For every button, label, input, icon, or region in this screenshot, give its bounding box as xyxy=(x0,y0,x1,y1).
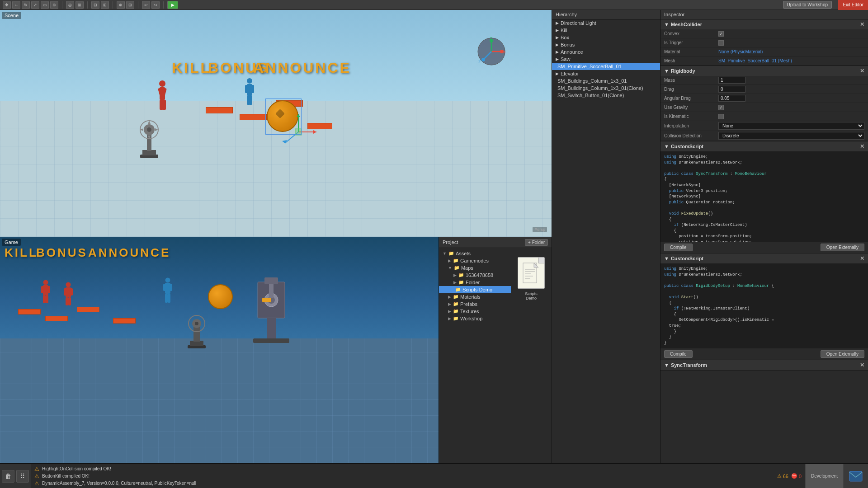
drag-input[interactable] xyxy=(718,86,745,93)
game-platform-4 xyxy=(113,318,136,324)
is-kinematic-check[interactable] xyxy=(718,114,724,119)
project-tree-item[interactable]: ▶📁Textures xyxy=(439,308,511,315)
hierarchy-item[interactable]: SM_Buildings_Column_1x3_01 xyxy=(552,77,660,84)
project-content: ▼📁Assets▶📁Gamemodes▼📁Maps▶📁1636478658▶📁F… xyxy=(439,248,552,464)
svg-rect-55 xyxy=(165,294,168,303)
svg-point-39 xyxy=(43,280,48,285)
cs1-open-ext-btn[interactable]: Open Externally xyxy=(821,244,864,251)
hierarchy-item[interactable]: ▶Kill xyxy=(552,27,660,34)
st-close[interactable]: ✕ xyxy=(860,362,864,368)
svg-rect-47 xyxy=(64,288,67,296)
cs2-open-ext-btn[interactable]: Open Externally xyxy=(821,350,864,358)
snap2-btn[interactable]: ⊞ xyxy=(101,1,109,9)
combined-tool-btn[interactable]: ⊕ xyxy=(50,1,58,9)
add-folder-btn[interactable]: + Folder xyxy=(525,239,548,246)
hierarchy-item[interactable]: ▶Directional Light xyxy=(552,19,660,27)
grid-btn[interactable]: ⠿ xyxy=(16,470,29,483)
custom-script-1-header[interactable]: ▼ CustomScript ✕ xyxy=(660,141,868,151)
material-value[interactable]: None (PhysicMaterial) xyxy=(718,49,763,54)
interpolation-label: Interpolation xyxy=(664,123,718,128)
move-tool-btn[interactable]: ↔ xyxy=(12,1,20,9)
rigidbody-header[interactable]: ▼ Rigidbody ✕ xyxy=(660,66,868,76)
hierarchy-item[interactable]: SM_Buildings_Column_1x3_01(Clone) xyxy=(552,84,660,92)
mesh-collider-material-row: Material None (PhysicMaterial) xyxy=(660,47,868,56)
mesh-collider-left: ▼ MeshCollider xyxy=(664,22,702,27)
tool-group-pivot: ◎ ⊞ xyxy=(66,1,84,9)
cs2-compile-btn[interactable]: Compile xyxy=(664,350,693,358)
project-tree-item[interactable]: ▼📁Assets xyxy=(439,250,511,257)
mass-input[interactable] xyxy=(718,77,745,84)
project-tree-item[interactable]: ▶📁Workshop xyxy=(439,315,511,322)
scene-tab-label: Scene xyxy=(2,12,21,19)
cs1-close[interactable]: ✕ xyxy=(860,143,864,150)
drag-label: Drag xyxy=(664,87,718,92)
rigidbody-close[interactable]: ✕ xyxy=(860,68,864,74)
snap-btn[interactable]: ⊟ xyxy=(91,1,99,9)
game-platform-2 xyxy=(45,316,68,321)
mail-btn[interactable] xyxy=(843,464,868,488)
svg-rect-43 xyxy=(43,295,46,303)
hierarchy-item[interactable]: ▶Announce xyxy=(552,48,660,56)
interpolation-select[interactable]: None Interpolate Extrapolate xyxy=(718,122,864,130)
svg-marker-15 xyxy=(297,114,300,117)
err-count: 0 xyxy=(799,474,802,479)
hierarchy-panel: Hierarchy ▶Directional Light▶Kill▶Box▶Bo… xyxy=(552,10,660,463)
mesh-value[interactable]: SM_Primitive_SoccerBall_01 (Mesh) xyxy=(718,58,792,63)
warn-icon-1: ⚠ xyxy=(34,466,39,472)
trigger-check[interactable] xyxy=(718,40,724,46)
scale-tool-btn[interactable]: ⤢ xyxy=(31,1,39,9)
scene-view[interactable]: Scene KILL BONUS ANNOUNCE xyxy=(0,10,552,237)
project-tree-item[interactable]: ▶📁Folder xyxy=(439,279,511,286)
convex-check[interactable]: ✓ xyxy=(718,31,724,37)
cs1-compile-btn[interactable]: Compile xyxy=(664,244,693,251)
angular-drag-input[interactable] xyxy=(718,95,745,102)
custom-script-2-header[interactable]: ▼ CustomScript ✕ xyxy=(660,253,868,263)
dev-btn[interactable]: Development xyxy=(805,464,843,488)
inspector-header: Inspector xyxy=(660,10,868,19)
hierarchy-item[interactable]: ▶Bonus xyxy=(552,41,660,48)
project-tree-item[interactable]: 📁Scripts Demo xyxy=(439,286,511,293)
mesh-collider-close[interactable]: ✕ xyxy=(860,21,864,28)
svg-point-6 xyxy=(247,78,252,84)
svg-rect-18 xyxy=(295,129,302,135)
mesh-collider-header[interactable]: ▼ MeshCollider ✕ xyxy=(660,19,868,29)
tool-group-snap: ⊟ ⊞ xyxy=(91,1,109,9)
sync-transform-header[interactable]: ▼ SyncTransform ✕ xyxy=(660,360,868,370)
cs2-close[interactable]: ✕ xyxy=(860,255,864,262)
use-gravity-check[interactable]: ✓ xyxy=(718,105,724,110)
char-blue-scene xyxy=(244,78,255,108)
upload-workshop-btn[interactable]: Upload to Workshop xyxy=(783,1,832,9)
build-btn[interactable]: ⊞ xyxy=(126,1,134,9)
project-tree-item[interactable]: ▶📁Materials xyxy=(439,293,511,300)
hierarchy-item[interactable]: ▶Elevator xyxy=(552,70,660,77)
global-btn[interactable]: ⊞ xyxy=(75,1,84,9)
hierarchy-item[interactable]: ▶Saw xyxy=(552,56,660,63)
trash-btn[interactable]: 🗑 xyxy=(2,470,14,483)
play-btn[interactable]: ▶ xyxy=(167,1,178,9)
collision-select[interactable]: Discrete Continuous ContinuousDynamic xyxy=(718,132,864,140)
project-tree-item[interactable]: ▶📁1636478658 xyxy=(439,272,511,279)
script-icon-label: ScriptsDemo xyxy=(525,291,538,300)
exit-editor-btn[interactable]: Exit Editor xyxy=(838,0,868,10)
mail-icon xyxy=(849,471,863,482)
redo-btn[interactable]: ↪ xyxy=(151,1,160,9)
layers-btn[interactable]: ⊕ xyxy=(117,1,125,9)
hierarchy-item[interactable]: SM_Switch_Button_01(Clone) xyxy=(552,92,660,99)
svg-rect-66 xyxy=(253,338,289,343)
status-messages: ⚠ HighlightOnCollision compiled OK! ⚠ Bu… xyxy=(31,464,774,488)
pivot-btn[interactable]: ◎ xyxy=(66,1,74,9)
hand-tool-btn[interactable]: ✥ xyxy=(3,1,11,9)
hierarchy-item[interactable]: ▶Box xyxy=(552,34,660,41)
project-tree-item[interactable]: ▶📁Gamemodes xyxy=(439,257,511,264)
hierarchy-item[interactable]: SM_Primitive_SoccerBall_01 xyxy=(552,63,660,70)
cs2-arrow: ▼ xyxy=(664,256,669,261)
project-tree-item[interactable]: ▶📁Prefabs xyxy=(439,300,511,308)
material-label: Material xyxy=(664,49,718,54)
rect-tool-btn[interactable]: ▭ xyxy=(41,1,49,9)
project-tree-item[interactable]: ▼📁Maps xyxy=(439,264,511,272)
script-icon-large[interactable] xyxy=(518,257,545,289)
game-view[interactable]: Game KILL BONUS ANNOUNCE xyxy=(0,237,439,464)
rotate-tool-btn[interactable]: ↻ xyxy=(22,1,30,9)
undo-btn[interactable]: ↩ xyxy=(142,1,150,9)
svg-rect-42 xyxy=(47,286,50,293)
